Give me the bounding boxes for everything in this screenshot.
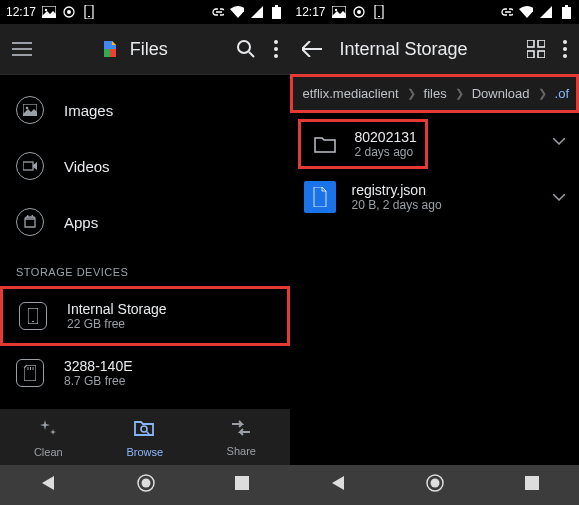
- breadcrumb[interactable]: etflix.mediaclient ❯ files ❯ Download ❯ …: [293, 77, 577, 110]
- recent-button[interactable]: [235, 476, 249, 494]
- file-row[interactable]: registry.json 20 B, 2 days ago: [290, 169, 580, 225]
- svg-rect-11: [104, 49, 110, 57]
- battery-icon: [270, 5, 284, 19]
- svg-point-21: [27, 217, 28, 218]
- home-button[interactable]: [137, 474, 155, 496]
- internal-storage-highlight: Internal Storage 22 GB free: [0, 286, 290, 346]
- storage-internal[interactable]: Internal Storage 22 GB free: [3, 289, 287, 343]
- video-category-icon: [16, 152, 44, 180]
- chevron-right-icon: ❯: [538, 87, 547, 100]
- search-icon[interactable]: [236, 39, 256, 59]
- back-button[interactable]: [40, 475, 56, 495]
- nav-label: Share: [227, 445, 256, 457]
- storage-section-header: STORAGE DEVICES: [0, 250, 290, 286]
- svg-point-28: [141, 426, 147, 432]
- file-meta: 2 days ago: [355, 145, 417, 159]
- breadcrumb-highlight: etflix.mediaclient ❯ files ❯ Download ❯ …: [290, 74, 580, 113]
- wifi-icon: [230, 5, 244, 19]
- svg-point-15: [274, 40, 278, 44]
- storage-sub: 8.7 GB free: [64, 374, 133, 388]
- folder-icon: [309, 128, 341, 160]
- nav-label: Clean: [34, 446, 63, 458]
- svg-point-49: [431, 479, 440, 488]
- phone-storage-icon: [19, 302, 47, 330]
- more-icon[interactable]: [563, 40, 567, 58]
- nav-clean[interactable]: Clean: [0, 417, 97, 458]
- svg-point-47: [563, 54, 567, 58]
- category-apps[interactable]: Apps: [0, 194, 290, 250]
- app-bar: Files: [0, 24, 290, 74]
- svg-point-46: [563, 47, 567, 51]
- signal-icon: [539, 5, 553, 19]
- breadcrumb-segment[interactable]: etflix.mediaclient: [303, 86, 399, 101]
- back-button[interactable]: [330, 475, 346, 495]
- svg-rect-24: [32, 321, 34, 322]
- svg-point-31: [141, 479, 150, 488]
- svg-rect-5: [88, 16, 90, 17]
- svg-point-45: [563, 40, 567, 44]
- storage-sdcard[interactable]: 3288-140E 8.7 GB free: [0, 346, 290, 400]
- phone-icon: [82, 5, 96, 19]
- file-meta: 20 B, 2 days ago: [352, 198, 538, 212]
- chevron-down-icon[interactable]: [553, 132, 579, 150]
- picture-icon: [42, 5, 56, 19]
- chevron-right-icon: ❯: [407, 87, 416, 100]
- share-arrows-icon: [229, 418, 253, 442]
- grid-view-icon[interactable]: [527, 40, 545, 58]
- files-logo-icon: [100, 39, 120, 59]
- nav-browse[interactable]: Browse: [97, 417, 194, 458]
- chevron-right-icon: ❯: [455, 87, 464, 100]
- status-time: 12:17: [296, 5, 326, 19]
- breadcrumb-segment[interactable]: files: [424, 86, 447, 101]
- svg-rect-43: [527, 51, 534, 58]
- link-icon: [210, 5, 224, 19]
- svg-rect-44: [538, 51, 545, 58]
- app-bar: Internal Storage: [290, 24, 580, 74]
- storage-title: Internal Storage: [67, 301, 167, 317]
- svg-rect-50: [525, 476, 539, 490]
- svg-point-16: [274, 47, 278, 51]
- breadcrumb-segment[interactable]: .of: [555, 86, 569, 101]
- home-button[interactable]: [426, 474, 444, 496]
- phone-icon: [372, 5, 386, 19]
- svg-line-29: [146, 431, 149, 434]
- category-images[interactable]: Images: [0, 82, 290, 138]
- nav-label: Browse: [126, 446, 163, 458]
- sdcard-icon: [16, 359, 44, 387]
- svg-point-19: [26, 107, 29, 110]
- json-file-icon: [304, 181, 336, 213]
- svg-rect-20: [23, 162, 33, 170]
- hamburger-icon[interactable]: [12, 42, 32, 56]
- svg-rect-40: [565, 5, 568, 7]
- status-bar: 12:17: [0, 0, 290, 24]
- back-arrow-icon[interactable]: [302, 41, 322, 57]
- link-icon: [499, 5, 513, 19]
- svg-line-14: [249, 52, 254, 57]
- file-name: registry.json: [352, 182, 538, 198]
- breadcrumb-segment[interactable]: Download: [472, 86, 530, 101]
- battery-icon: [559, 5, 573, 19]
- svg-point-36: [357, 10, 361, 14]
- svg-rect-6: [272, 7, 281, 19]
- folder-search-icon: [133, 417, 157, 443]
- circle-icon: [352, 5, 366, 19]
- recent-button[interactable]: [525, 476, 539, 494]
- right-screen: 12:17: [290, 0, 580, 505]
- svg-point-34: [334, 9, 336, 11]
- svg-rect-41: [527, 40, 534, 47]
- category-videos[interactable]: Videos: [0, 138, 290, 194]
- storage-title: 3288-140E: [64, 358, 133, 374]
- chevron-down-icon[interactable]: [553, 188, 565, 206]
- category-label: Images: [64, 102, 113, 119]
- left-screen: 12:17: [0, 0, 290, 505]
- more-icon[interactable]: [274, 40, 278, 58]
- file-list: 80202131 2 days ago registry.json 20 B, …: [290, 113, 580, 465]
- content-area: Images Videos Apps STORAGE DEVICES Inter…: [0, 74, 290, 409]
- nav-share[interactable]: Share: [193, 418, 290, 457]
- apps-category-icon: [16, 208, 44, 236]
- svg-point-22: [31, 217, 32, 218]
- storage-sub: 22 GB free: [67, 317, 167, 331]
- svg-rect-42: [538, 40, 545, 47]
- category-label: Videos: [64, 158, 110, 175]
- picture-icon: [332, 5, 346, 19]
